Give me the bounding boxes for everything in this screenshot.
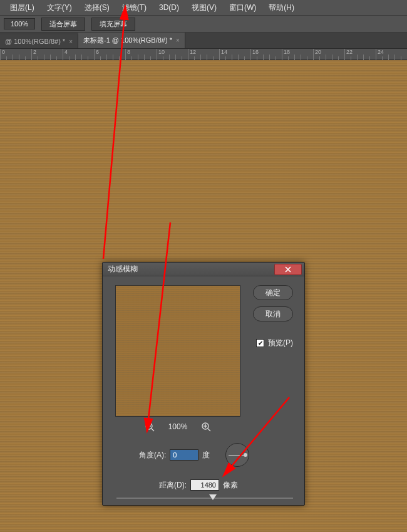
menu-window[interactable]: 窗口(W) bbox=[223, 3, 262, 13]
document-tabs: @ 100%(RGB/8#) * × 未标题-1 @ 100%(RGB/8#) … bbox=[0, 33, 407, 49]
angle-label: 角度(A): bbox=[139, 450, 166, 461]
menu-3d[interactable]: 3D(D) bbox=[153, 3, 185, 12]
close-icon bbox=[284, 266, 292, 273]
zoom-out-button[interactable] bbox=[145, 422, 155, 432]
preview-checkbox[interactable]: ✔ bbox=[256, 339, 264, 347]
angle-indicator-icon bbox=[244, 453, 247, 457]
distance-slider[interactable] bbox=[116, 494, 293, 502]
document-tab[interactable]: @ 100%(RGB/8#) * × bbox=[0, 34, 78, 48]
motion-blur-dialog: 动感模糊 bbox=[102, 262, 305, 506]
fill-screen-button[interactable]: 填充屏幕 bbox=[91, 18, 135, 31]
slider-track bbox=[116, 498, 293, 499]
close-icon[interactable]: × bbox=[176, 37, 180, 44]
options-bar: 100% 适合屏幕 填充屏幕 bbox=[0, 15, 407, 33]
preview-zoom-controls: 100% bbox=[115, 422, 240, 432]
preview-zoom-level: 100% bbox=[168, 422, 188, 431]
horizontal-ruler: 024681012141618202224 bbox=[0, 49, 407, 60]
distance-unit: 像素 bbox=[223, 480, 238, 491]
menu-help[interactable]: 帮助(H) bbox=[262, 3, 301, 13]
distance-input[interactable] bbox=[190, 479, 219, 491]
zoom-level-input[interactable]: 100% bbox=[4, 18, 35, 29]
distance-label: 距离(D): bbox=[159, 480, 187, 491]
tab-label: 未标题-1 @ 100%(RGB/8#) * bbox=[83, 36, 172, 45]
preview-checkbox-row: ✔ 预览(P) bbox=[256, 338, 293, 348]
dialog-titlebar[interactable]: 动感模糊 bbox=[103, 263, 304, 276]
menubar: 图层(L) 文字(Y) 选择(S) 滤镜(T) 3D(D) 视图(V) 窗口(W… bbox=[0, 0, 407, 15]
svg-rect-7 bbox=[116, 286, 240, 416]
preview-area[interactable] bbox=[115, 285, 240, 417]
zoom-in-button[interactable] bbox=[201, 422, 211, 432]
close-icon[interactable]: × bbox=[69, 38, 73, 45]
dialog-body: 100% 确定 取消 ✔ 预览(P) 角度(A): 度 距离(D): 像素 bbox=[103, 276, 304, 505]
dialog-title: 动感模糊 bbox=[108, 264, 138, 274]
svg-line-9 bbox=[152, 429, 154, 431]
menu-view[interactable]: 视图(V) bbox=[185, 3, 223, 13]
menu-text[interactable]: 文字(Y) bbox=[41, 3, 78, 13]
angle-wheel[interactable] bbox=[225, 443, 249, 467]
preview-checkbox-label: 预览(P) bbox=[268, 338, 293, 348]
angle-unit: 度 bbox=[202, 450, 210, 461]
close-button[interactable] bbox=[274, 264, 302, 275]
zoom-out-icon bbox=[145, 422, 155, 432]
zoom-in-icon bbox=[201, 422, 211, 432]
menu-layer[interactable]: 图层(L) bbox=[4, 3, 41, 13]
ok-button[interactable]: 确定 bbox=[253, 285, 293, 300]
cancel-button[interactable]: 取消 bbox=[253, 306, 293, 321]
svg-line-12 bbox=[208, 429, 210, 431]
angle-input[interactable] bbox=[170, 449, 198, 461]
menu-filter[interactable]: 滤镜(T) bbox=[116, 3, 153, 13]
document-tab-active[interactable]: 未标题-1 @ 100%(RGB/8#) * × bbox=[78, 33, 185, 48]
slider-thumb-icon[interactable] bbox=[209, 494, 217, 500]
fit-screen-button[interactable]: 适合屏幕 bbox=[41, 18, 85, 31]
menu-select[interactable]: 选择(S) bbox=[78, 3, 116, 13]
tab-label: @ 100%(RGB/8#) * bbox=[5, 38, 65, 45]
